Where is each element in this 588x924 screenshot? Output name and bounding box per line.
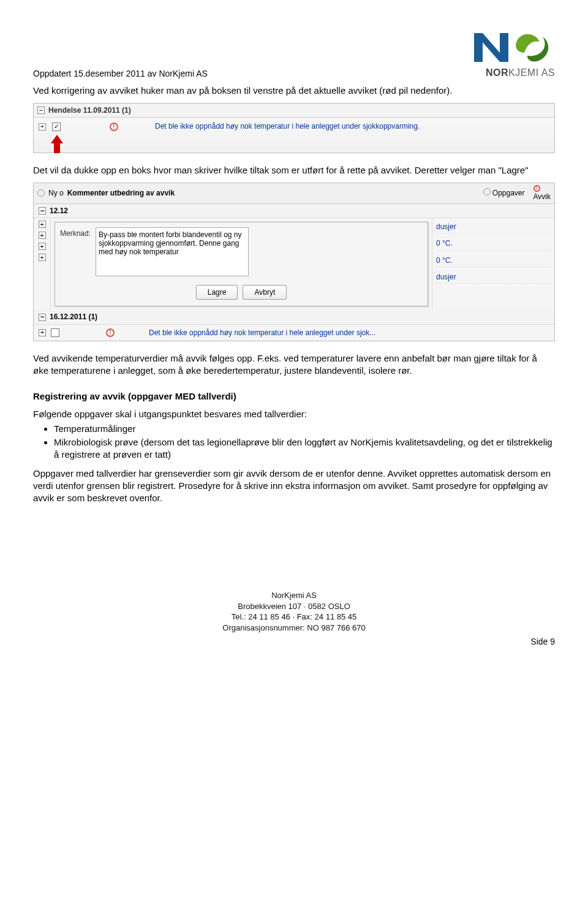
warning-icon: ! [533, 185, 540, 192]
paragraph-2: Det vil da dukke opp en boks hvor man sk… [33, 164, 555, 176]
date-group-1: 12.12 [50, 206, 68, 216]
list-item[interactable]: dusjer [436, 271, 551, 284]
cancel-button[interactable]: Avbryt [243, 285, 287, 300]
list-item[interactable]: 0 °C. [436, 254, 551, 267]
collapse-icon[interactable]: − [39, 314, 46, 321]
comment-dialog: Merknad: Lagre Avbryt [55, 222, 428, 306]
merknad-label: Merknad: [60, 227, 91, 276]
paragraph-1: Ved korrigering av avviket huker man av … [33, 85, 555, 97]
expand-icon[interactable]: + [39, 243, 46, 250]
warning-icon: ! [110, 123, 118, 131]
footer-line: Brobekkveien 107 · 0582 OSLO [33, 601, 555, 612]
toolbar-left-text: Ny o [48, 188, 64, 198]
norkjemi-logo-icon [469, 28, 555, 65]
expand-icon[interactable]: + [39, 329, 46, 336]
avvik-checkbox[interactable] [52, 123, 61, 131]
expand-icon[interactable]: + [39, 221, 46, 228]
collapse-icon[interactable]: − [37, 107, 45, 114]
avvik-message: Det ble ikke oppnådd høy nok temperatur … [155, 121, 549, 131]
collapse-icon[interactable]: − [39, 207, 46, 214]
paragraph-5: Oppgaver med tallverdier har grenseverdi… [33, 468, 555, 505]
ui-screenshot-1: − Hendelse 11.09.2011 (1) + ! Det ble ik… [33, 103, 555, 153]
footer-line: NorKjemi AS [33, 590, 555, 601]
bullet-item: Mikrobiologisk prøve (dersom det tas leg… [54, 436, 555, 461]
avvik-checkbox[interactable] [51, 328, 59, 337]
expand-icon[interactable]: + [39, 232, 46, 239]
footer: NorKjemi AS Brobekkveien 107 · 0582 OSLO… [33, 590, 555, 633]
save-button[interactable]: Lagre [196, 285, 238, 300]
page-number: Side 9 [33, 636, 555, 648]
red-arrow-icon [51, 135, 63, 153]
warning-icon: ! [106, 328, 115, 337]
merknad-textarea[interactable] [96, 227, 249, 276]
toolbar-title: Kommenter utbedring av avvik [67, 188, 175, 198]
gear-icon [37, 189, 45, 197]
gear-icon [483, 188, 491, 195]
expand-icon[interactable]: + [39, 254, 46, 261]
paragraph-3: Ved avvikende temperaturverdier må avvik… [33, 352, 555, 377]
avvik-message-2: Det ble ikke oppnådd høy nok temperatur … [149, 328, 375, 338]
ui-screenshot-2: Ny o Kommenter utbedring av avvik Oppgav… [33, 183, 555, 341]
list-item[interactable]: 0 °C. [436, 237, 551, 250]
expand-icon[interactable]: + [39, 123, 46, 131]
footer-line: Tel.: 24 11 85 46 · Fax: 24 11 85 45 [33, 612, 555, 623]
footer-line: Organisasjonsnummer: NO 987 766 670 [33, 623, 555, 634]
list-item[interactable]: dusjer [436, 221, 551, 233]
group-title: Hendelse 11.09.2011 (1) [48, 105, 131, 115]
logo: NORKJEMI AS [439, 25, 555, 80]
section-title: Registrering av avvik (oppgaver MED tall… [33, 390, 555, 403]
toolbar-avvik[interactable]: Avvik [533, 192, 551, 201]
date-group-2: 16.12.2011 (1) [50, 312, 97, 322]
logo-text: NORKJEMI AS [486, 66, 555, 80]
paragraph-4: Følgende oppgaver skal i utgangspunktet … [33, 408, 555, 420]
toolbar-oppgaver[interactable]: Oppgaver [492, 189, 525, 197]
updated-date: Oppdatert 15.desember 2011 av NorKjemi A… [33, 68, 208, 80]
bullet-item: Temperaturmålinger [54, 423, 555, 435]
